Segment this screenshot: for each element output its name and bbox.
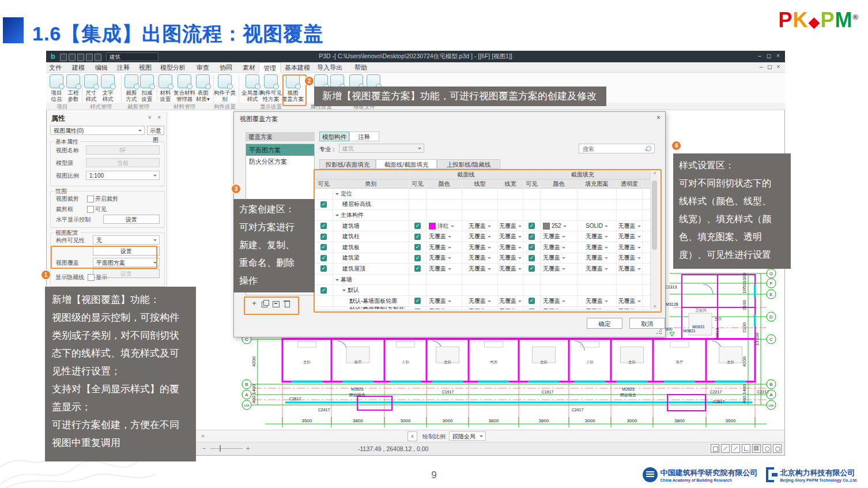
cell-dropdown-icon[interactable] — [605, 236, 608, 239]
cell-checkbox[interactable]: ✓ — [529, 223, 535, 229]
table-row[interactable]: ✓建筑柱✓无覆盖无覆盖无覆盖✓无覆盖无覆盖无覆盖 — [315, 231, 650, 242]
menu-tab-12[interactable]: 导入导出 — [313, 62, 346, 73]
expand-caret-icon[interactable] — [342, 290, 346, 293]
resize-grip[interactable] — [656, 329, 662, 335]
delete-scheme-icon[interactable] — [284, 300, 292, 308]
select-arrow-icon[interactable] — [731, 444, 740, 453]
cell-checkbox[interactable]: ✓ — [529, 298, 535, 304]
table-row[interactable]: 默认-幕墙面板轮廓✓无覆盖无覆盖无覆盖✓无覆盖无覆盖无覆盖 — [315, 296, 650, 307]
cell-dropdown-icon[interactable] — [605, 247, 608, 250]
cell-checkbox[interactable]: ✓ — [414, 298, 421, 304]
cell-dropdown-icon[interactable] — [562, 236, 565, 239]
cell-checkbox[interactable]: ✓ — [414, 309, 421, 309]
table-scrollbar[interactable]: ∧ ∨ — [650, 170, 658, 309]
cell-checkbox[interactable]: ✓ — [414, 223, 421, 229]
schematic-button[interactable]: 示意图 — [147, 126, 164, 135]
menu-restore-button[interactable]: ◻ — [765, 63, 774, 70]
cell-dropdown-icon[interactable] — [518, 226, 522, 229]
cell-checkbox[interactable]: ✓ — [529, 255, 535, 261]
menu-tab-6[interactable]: 模型分析 — [156, 62, 190, 73]
cell-dropdown-icon[interactable] — [518, 301, 522, 304]
cell-checkbox[interactable]: ✓ — [529, 265, 535, 272]
pan-icon[interactable] — [763, 444, 771, 453]
panel-collapse-icon[interactable]: ∨ — [148, 114, 152, 120]
view-crop-checkbox[interactable] — [87, 196, 94, 202]
cell-checkbox[interactable]: ✓ — [529, 309, 535, 309]
table-row[interactable]: ✓建筑梁✓无覆盖无覆盖无覆盖✓无覆盖无覆盖无覆盖 — [315, 253, 650, 264]
cell-dropdown-icon[interactable] — [488, 226, 491, 229]
cell-dropdown-icon[interactable] — [562, 268, 565, 272]
cell-dropdown-icon[interactable] — [637, 236, 641, 239]
view-properties-selector[interactable]: 视图属性(0) — [50, 126, 145, 135]
draw-scale-dropdown[interactable]: 跟随全局 — [449, 431, 486, 441]
menu-tab-5[interactable]: 视图 — [135, 62, 156, 73]
expand-caret-icon[interactable] — [335, 279, 339, 283]
cell-dropdown-icon[interactable] — [448, 247, 451, 250]
restore-button[interactable]: ◻ — [764, 52, 773, 59]
scroll-down-icon[interactable]: ∨ — [651, 304, 659, 309]
cell-dropdown-icon[interactable] — [488, 236, 491, 239]
zoom-in-icon[interactable]: + — [246, 445, 250, 452]
dialog-subtab-2[interactable]: 截面线/截面填充 — [376, 159, 437, 169]
cell-dropdown-icon[interactable] — [448, 301, 451, 304]
cell-dropdown-icon[interactable] — [605, 226, 608, 229]
cell-dropdown-icon[interactable] — [518, 236, 522, 239]
menu-tab-4[interactable]: 注释 — [113, 62, 134, 73]
cell-dropdown-icon[interactable] — [448, 257, 451, 261]
zoom-slider-track[interactable] — [210, 448, 243, 449]
cell-dropdown-icon[interactable] — [518, 268, 522, 272]
table-row[interactable]: 主体构件 — [315, 210, 650, 221]
row-visible-checkbox[interactable]: ✓ — [320, 223, 327, 229]
menu-tab-1[interactable]: 文件 — [45, 62, 66, 73]
dialog-tab-2[interactable]: 注释 — [349, 132, 379, 141]
menu-close-button[interactable]: × — [774, 63, 783, 70]
settings-gear-icon[interactable] — [773, 444, 782, 453]
scrollbar-thumb[interactable] — [652, 181, 657, 250]
rename-scheme-icon[interactable] — [273, 300, 281, 308]
cropbox-checkbox[interactable] — [87, 206, 94, 213]
cell-dropdown-icon[interactable] — [451, 226, 454, 229]
row-visible-checkbox[interactable]: ✓ — [320, 234, 327, 240]
minimize-button[interactable]: – — [755, 52, 764, 59]
menu-tab-2[interactable]: 建模 — [68, 62, 89, 73]
cell-dropdown-icon[interactable] — [518, 257, 522, 261]
menu-tab-8[interactable]: 协同 — [216, 62, 236, 73]
cell-dropdown-icon[interactable] — [562, 257, 565, 261]
ribbon-button-4[interactable]: 文字 样式 — [95, 74, 121, 102]
scheme-item-2[interactable]: 防火分区方案 — [246, 156, 314, 167]
menu-tab-13[interactable]: 帮助 — [350, 62, 371, 73]
cell-dropdown-icon[interactable] — [448, 236, 451, 239]
menu-tab-11[interactable]: 基本建模 — [281, 62, 314, 73]
table-row[interactable]: ✓默认 — [315, 285, 650, 296]
ok-button[interactable]: 确定 — [587, 318, 622, 329]
scheme-item-1[interactable]: 平面图方案 — [246, 144, 314, 156]
component-visibility-dropdown[interactable]: 无 — [93, 235, 160, 245]
row-visible-checkbox[interactable]: ✓ — [320, 244, 327, 250]
cell-dropdown-icon[interactable] — [488, 301, 491, 304]
add-scheme-icon[interactable]: + — [250, 300, 258, 308]
table-row[interactable]: ✓建筑墙✓洋红无覆盖无覆盖✓252SOLID无覆盖 — [315, 221, 650, 232]
copy-scheme-icon[interactable] — [262, 300, 270, 308]
row-visible-checkbox[interactable]: ✓ — [320, 201, 327, 208]
horizontal-display-set-button[interactable]: 设置 — [103, 215, 160, 224]
view-scale-dropdown[interactable]: 1:100 — [86, 171, 160, 180]
cell-checkbox[interactable]: ✓ — [529, 234, 535, 240]
cell-checkbox[interactable]: ✓ — [414, 234, 421, 240]
menu-tab-7[interactable]: 审查 — [193, 62, 213, 73]
cell-dropdown-icon[interactable] — [605, 268, 608, 272]
table-row[interactable]: ✓建筑板✓无覆盖无覆盖无覆盖✓无覆盖无覆盖无覆盖 — [315, 242, 650, 253]
cell-dropdown-icon[interactable] — [518, 247, 522, 250]
cell-dropdown-icon[interactable] — [448, 268, 451, 272]
menu-tab-9[interactable]: 素材 — [239, 62, 259, 73]
dialog-subtab-1[interactable]: 投影线/表面填充 — [319, 159, 376, 169]
cell-checkbox[interactable]: ✓ — [414, 255, 421, 261]
cell-dropdown-icon[interactable] — [637, 226, 641, 229]
table-row[interactable]: ✓楼层标高线 — [315, 200, 650, 211]
row-visible-checkbox[interactable]: ✓ — [320, 255, 327, 261]
cell-dropdown-icon[interactable] — [488, 268, 491, 272]
dialog-tab-1[interactable]: 模型构件 — [319, 132, 349, 141]
search-input[interactable] — [582, 145, 644, 153]
zoom-out-icon[interactable]: − — [202, 445, 206, 452]
cell-checkbox[interactable]: ✓ — [414, 244, 421, 250]
cell-dropdown-icon[interactable] — [605, 301, 608, 304]
